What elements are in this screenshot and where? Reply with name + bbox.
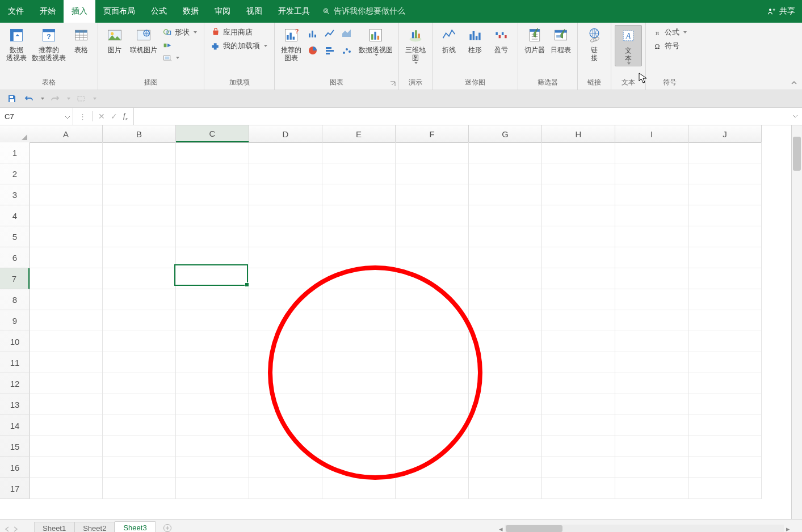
cell[interactable] [396,436,469,457]
cell[interactable] [322,142,396,163]
select-all-button[interactable] [0,125,30,143]
cell[interactable] [469,478,542,499]
cell[interactable] [396,373,469,394]
cell[interactable] [542,352,615,373]
cell[interactable] [249,457,322,478]
cell[interactable] [176,289,249,310]
cell[interactable] [249,247,322,268]
cell[interactable] [322,268,396,289]
cell[interactable] [249,478,322,499]
cell[interactable] [688,268,762,289]
cell[interactable] [322,289,396,310]
cell[interactable] [322,436,396,457]
enter-formula-button[interactable]: ✓ [111,112,117,121]
cell[interactable] [103,457,176,478]
expand-formula-bar-button[interactable] [792,113,799,120]
column-header[interactable]: D [249,125,322,142]
name-box[interactable]: C7 [0,108,73,125]
cell[interactable] [396,352,469,373]
row-header[interactable]: 5 [0,226,30,247]
cell[interactable] [542,205,615,226]
3d-map-button[interactable]: 三维地 图 [402,25,429,65]
cell[interactable] [322,310,396,331]
hyperlink-button[interactable]: 链 接 [581,25,607,63]
cell[interactable] [103,205,176,226]
tab-developer[interactable]: 开发工具 [270,0,318,23]
cell[interactable] [469,268,542,289]
scrollbar-thumb[interactable] [793,137,801,171]
cell[interactable] [688,289,762,310]
cell[interactable] [30,457,103,478]
cell[interactable] [688,394,762,415]
cell[interactable] [542,331,615,352]
qat-customize-icon[interactable] [93,98,96,100]
tab-view[interactable]: 视图 [238,0,270,23]
cell[interactable] [469,142,542,163]
cell[interactable] [688,331,762,352]
online-picture-button[interactable]: 联机图片 [128,25,159,55]
chart-bar-button[interactable] [322,43,337,58]
cell[interactable] [542,436,615,457]
cell[interactable] [176,310,249,331]
row-header[interactable]: 13 [0,394,30,415]
cell[interactable] [103,394,176,415]
cell[interactable] [103,226,176,247]
save-button[interactable] [6,92,18,105]
cell[interactable] [688,457,762,478]
column-header[interactable]: J [688,125,762,142]
cell[interactable] [615,247,688,268]
cell[interactable] [176,226,249,247]
cell[interactable] [176,478,249,499]
cell[interactable] [615,331,688,352]
cell[interactable] [469,394,542,415]
cell[interactable] [615,436,688,457]
cell[interactable] [396,310,469,331]
cell[interactable] [396,184,469,205]
qat-extra-button[interactable] [75,92,87,105]
cell[interactable] [615,205,688,226]
recommended-charts-button[interactable]: ? 推荐的 图表 [278,25,304,63]
cell[interactable] [30,310,103,331]
cell[interactable] [249,142,322,163]
cell[interactable] [396,205,469,226]
column-header[interactable]: E [322,125,396,142]
cell[interactable] [615,415,688,436]
cell[interactable] [322,163,396,184]
cell[interactable] [542,289,615,310]
cell[interactable] [615,289,688,310]
cell[interactable] [469,289,542,310]
row-header[interactable]: 14 [0,415,30,436]
cell[interactable] [249,352,322,373]
column-header[interactable]: G [469,125,542,142]
sheet-nav-buttons[interactable] [5,526,18,532]
cell[interactable] [322,352,396,373]
cell[interactable] [176,436,249,457]
cell[interactable] [103,310,176,331]
cell[interactable] [249,415,322,436]
collapse-ribbon-button[interactable] [790,78,799,87]
cell[interactable] [30,436,103,457]
cell[interactable] [322,247,396,268]
cell[interactable] [249,310,322,331]
cell[interactable] [322,373,396,394]
slicer-button[interactable]: 切片器 [522,25,548,55]
scroll-right-button[interactable]: ▸ [784,525,792,532]
row-header[interactable]: 9 [0,310,30,331]
cell[interactable] [542,478,615,499]
chart-area-button[interactable] [339,26,354,41]
cell[interactable] [469,163,542,184]
cell[interactable] [469,310,542,331]
chart-scatter-button[interactable] [339,43,354,58]
tab-file[interactable]: 文件 [0,0,32,23]
cell[interactable] [30,226,103,247]
sparkline-winloss-button[interactable]: 盈亏 [488,25,514,55]
store-button[interactable]: 应用商店 [209,26,270,39]
cell[interactable] [176,373,249,394]
cell[interactable] [688,352,762,373]
cell[interactable] [30,247,103,268]
cell[interactable] [542,163,615,184]
cell[interactable] [469,226,542,247]
cell[interactable] [176,394,249,415]
charts-dialog-launcher[interactable] [389,81,396,87]
tab-home[interactable]: 开始 [32,0,64,23]
